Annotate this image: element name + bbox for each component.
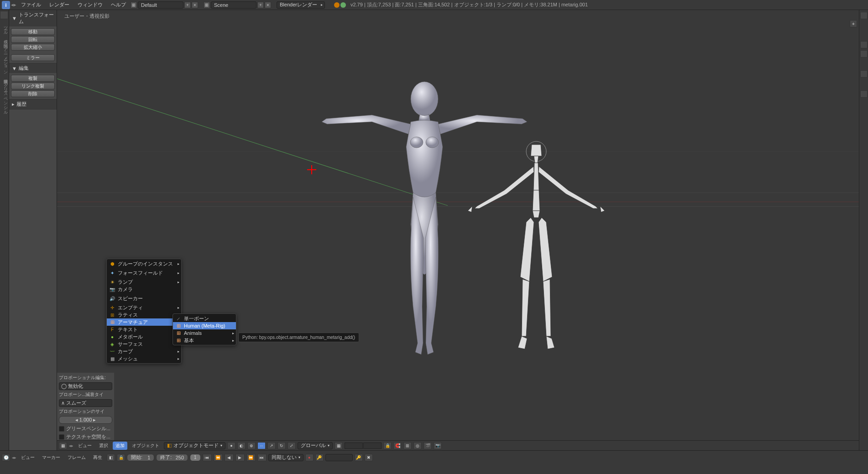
manipulator-t-icon[interactable]: ↗ bbox=[267, 442, 276, 449]
transform-header[interactable]: ▼トランスフォーム bbox=[9, 10, 57, 26]
layer-buttons[interactable] bbox=[345, 443, 382, 449]
transform-tool-icon[interactable] bbox=[860, 70, 868, 78]
properties-icon[interactable] bbox=[860, 90, 868, 98]
jump-start-icon[interactable]: ⏮ bbox=[203, 454, 212, 461]
add-speaker[interactable]: 🔊スピーカー bbox=[107, 295, 181, 302]
vh-add[interactable]: 追加 bbox=[113, 442, 127, 450]
snap-target-icon[interactable]: ◎ bbox=[413, 442, 422, 449]
jump-end-icon[interactable]: ⏭ bbox=[257, 454, 267, 461]
manipulator-r-icon[interactable]: ↻ bbox=[277, 442, 286, 449]
snap-type-icon[interactable]: ⊞ bbox=[403, 442, 412, 449]
add-armature[interactable]: 𐌎アーマチュア▸ bbox=[107, 318, 181, 326]
sync-select[interactable]: 同期しない▾ bbox=[268, 454, 303, 461]
menu-file[interactable]: ファイル bbox=[17, 0, 45, 9]
select-tool-icon[interactable] bbox=[860, 50, 868, 57]
layout-add-icon[interactable]: + bbox=[184, 2, 191, 8]
layout-del-icon[interactable]: × bbox=[192, 2, 198, 8]
editor-type-icon[interactable]: ▦ bbox=[59, 442, 67, 449]
gp-checkbox[interactable] bbox=[59, 426, 64, 432]
mode-select[interactable]: ◧オブジェクトモード▾ bbox=[164, 442, 225, 449]
move-button[interactable]: 移動 bbox=[11, 28, 55, 35]
vh-object[interactable]: オブジェクト bbox=[129, 442, 162, 450]
tl-lock-icon[interactable]: 🔒 bbox=[117, 454, 125, 461]
scene-field[interactable]: Scene bbox=[211, 1, 256, 9]
prev-key-icon[interactable]: ⏪ bbox=[214, 454, 223, 461]
timeline-editor-icon[interactable]: 🕐 bbox=[2, 454, 10, 461]
shading-solid-icon[interactable]: ● bbox=[227, 442, 235, 449]
key-delete-icon[interactable]: ✖ bbox=[365, 454, 373, 461]
scene-add-icon[interactable]: + bbox=[257, 2, 264, 8]
falloff-select[interactable]: ∧ スムーズ bbox=[59, 399, 112, 407]
expand-icon[interactable]: ◂▸ bbox=[11, 2, 16, 8]
proportional-select[interactable]: ◯ 無効化 bbox=[59, 382, 112, 390]
menu-window[interactable]: ウィンドウ bbox=[74, 0, 106, 9]
add-group-instance[interactable]: ⬢グループのインスタンス▸ bbox=[107, 260, 181, 267]
tab-label-tools[interactable]: ツール bbox=[0, 23, 9, 32]
add-human-metarig[interactable]: 𐌎Human (Meta-Rig) bbox=[173, 322, 236, 329]
add-empty[interactable]: ✛エンプティ▸ bbox=[107, 304, 181, 311]
add-curve[interactable]: 〰カーブ▸ bbox=[107, 348, 181, 355]
next-key-icon[interactable]: ⏩ bbox=[246, 454, 256, 461]
render-preview-icon[interactable]: 🎬 bbox=[424, 442, 432, 449]
rotate-button[interactable]: 回転 bbox=[11, 36, 55, 43]
info-icon[interactable]: i bbox=[2, 1, 10, 9]
size-input[interactable]: ◂ 1.000 ▸ bbox=[59, 416, 112, 424]
cursor-tool-icon[interactable] bbox=[860, 41, 868, 48]
tl-play[interactable]: 再生 bbox=[90, 453, 105, 462]
add-animals[interactable]: 𐌎Animals▸ bbox=[173, 329, 236, 337]
tl-marker[interactable]: マーカー bbox=[39, 453, 63, 462]
add-metaball[interactable]: ●メタボール▸ bbox=[107, 333, 181, 340]
tab-label-gp[interactable]: グリースペンシル bbox=[0, 80, 9, 112]
layout-browse-icon[interactable]: ⊞ bbox=[131, 2, 137, 8]
play-fwd-icon[interactable]: ▶ bbox=[235, 454, 245, 461]
tab-label-anim[interactable]: アニメーション bbox=[0, 45, 9, 72]
delete-button[interactable]: 削除 bbox=[11, 90, 55, 97]
expand-icon[interactable]: ◂▸ bbox=[12, 455, 16, 460]
tl-view[interactable]: ビュー bbox=[18, 453, 37, 462]
render-anim-icon[interactable]: 📷 bbox=[434, 442, 442, 449]
end-frame-input[interactable]: 終了: 250 bbox=[156, 454, 188, 461]
tex-checkbox[interactable] bbox=[59, 434, 64, 440]
layers-icon[interactable]: ▦ bbox=[335, 442, 343, 449]
pivot-icon[interactable]: ⊕ bbox=[247, 442, 256, 449]
add-lamp[interactable]: ☀ランプ▸ bbox=[107, 278, 181, 286]
keying-set-field[interactable] bbox=[325, 454, 353, 461]
vh-view[interactable]: ビュー bbox=[75, 442, 94, 450]
render-engine-select[interactable]: Blenderレンダー bbox=[277, 1, 325, 9]
tool-tab[interactable] bbox=[0, 11, 8, 19]
add-text[interactable]: Fテキスト bbox=[107, 326, 181, 333]
start-frame-input[interactable]: 開始: 1 bbox=[127, 454, 154, 461]
orientation-select[interactable]: グローバル▾ bbox=[298, 442, 333, 449]
key-insert-icon[interactable]: 🔑 bbox=[355, 454, 363, 461]
layout-field[interactable]: Default bbox=[138, 1, 183, 9]
current-frame-input[interactable]: 1 bbox=[190, 454, 201, 461]
outliner-icon[interactable] bbox=[860, 12, 868, 19]
menu-render[interactable]: レンダー bbox=[46, 0, 73, 9]
mirror-button[interactable]: ミラー bbox=[11, 54, 55, 61]
scene-browse-icon[interactable]: ⊞ bbox=[204, 2, 210, 8]
manipulator-s-icon[interactable]: ⤢ bbox=[288, 442, 296, 449]
add-lattice[interactable]: ⊞ラティス bbox=[107, 311, 181, 318]
3d-viewport[interactable]: ユーザー・透視投影 bbox=[57, 10, 859, 450]
add-single-bone[interactable]: ⟋単一ボーン bbox=[173, 315, 236, 322]
manipulator-icon[interactable]: ↔ bbox=[257, 442, 266, 449]
link-duplicate-button[interactable]: リンク複製 bbox=[11, 83, 55, 89]
add-force-field[interactable]: ✦フォースフィールド▸ bbox=[107, 269, 181, 276]
shading-menu-icon[interactable]: ◐ bbox=[237, 442, 246, 449]
menu-help[interactable]: ヘルプ bbox=[107, 0, 130, 9]
add-camera[interactable]: 📷カメラ bbox=[107, 286, 181, 293]
scene-del-icon[interactable]: × bbox=[265, 2, 271, 8]
edit-header[interactable]: ▼編集 bbox=[9, 63, 57, 73]
autokey-icon[interactable]: ● bbox=[305, 454, 314, 461]
expand-icon[interactable]: ◂▸ bbox=[69, 443, 73, 448]
duplicate-button[interactable]: 複製 bbox=[11, 75, 55, 82]
play-rev-icon[interactable]: ◀ bbox=[225, 454, 234, 461]
history-header[interactable]: ▸履歴 bbox=[9, 99, 57, 109]
tl-range-icon[interactable]: ◧ bbox=[107, 454, 115, 461]
vh-select[interactable]: 選択 bbox=[96, 442, 111, 450]
tl-frame[interactable]: フレーム bbox=[65, 453, 89, 462]
snap-icon[interactable]: 🧲 bbox=[393, 442, 402, 449]
add-basic[interactable]: 𐌎基本▸ bbox=[173, 337, 236, 344]
keying-set-icon[interactable]: 🔑 bbox=[315, 454, 324, 461]
lock-icon[interactable]: 🔒 bbox=[383, 442, 392, 449]
